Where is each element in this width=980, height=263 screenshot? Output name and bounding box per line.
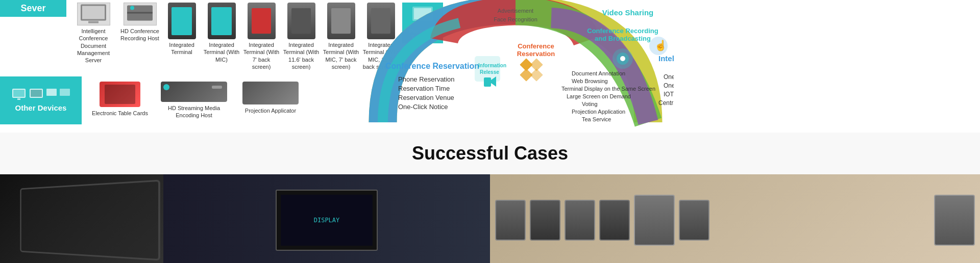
bottom-section: Successful Cases DISPLAY <box>0 133 980 263</box>
device-label: Electronic Table Cards <box>92 110 148 117</box>
device-label: Integrated Terminal (With 7' back screen… <box>243 41 280 70</box>
device-label: Integrated Terminal <box>163 41 200 56</box>
server-header: Sever <box>0 0 66 17</box>
other-devices-box: Other Devices <box>0 76 82 124</box>
svg-text:☝: ☝ <box>654 39 667 51</box>
svg-text:Relesse: Relesse <box>480 69 499 75</box>
right-spacer <box>674 0 980 133</box>
svg-rect-24 <box>484 77 491 87</box>
svg-point-46 <box>620 56 625 61</box>
other-devices-label: Other Devices <box>15 103 67 112</box>
svg-text:Phone Reservation: Phone Reservation <box>398 75 455 83</box>
device-item: HD Conference Recording Host <box>119 3 160 42</box>
svg-rect-10 <box>17 98 20 100</box>
svg-text:Conference Reservation: Conference Reservation <box>385 62 479 70</box>
svg-text:Centralized Control: Centralized Control <box>658 99 674 107</box>
svg-text:Information: Information <box>478 63 506 68</box>
svg-text:Voting: Voting <box>582 101 598 107</box>
svg-text:IOT Control: IOT Control <box>664 91 674 98</box>
bottom-devices-items: Electronic Table Cards HD Streaming Medi… <box>82 76 311 124</box>
bottom-device-item: Electronic Table Cards <box>92 82 148 117</box>
svg-text:Face Recognition: Face Recognition <box>494 16 537 22</box>
svg-text:Reservation: Reservation <box>517 50 555 58</box>
svg-text:Conference: Conference <box>518 42 554 50</box>
svg-text:One-touch Lift: One-touch Lift <box>664 73 674 81</box>
diagram-panel: Conference Reservation Phone Reservation… <box>357 0 674 133</box>
svg-point-4 <box>130 6 134 10</box>
svg-text:Advertisement: Advertisement <box>498 8 533 14</box>
svg-text:Reservation Time: Reservation Time <box>398 85 450 92</box>
device-label: HD Conference Recording Host <box>119 28 160 42</box>
svg-rect-14 <box>60 89 70 96</box>
svg-text:Projection Application: Projection Application <box>572 109 625 115</box>
svg-text:Reservation Venue: Reservation Venue <box>398 94 454 101</box>
svg-text:One-Click Notice: One-Click Notice <box>398 103 448 111</box>
bottom-device-item: HD Streaming Media Encoding Host <box>158 82 230 119</box>
other-devices-icons <box>11 88 70 100</box>
svg-rect-9 <box>13 90 24 97</box>
svg-rect-5 <box>127 12 153 13</box>
svg-text:and Broadcasting: and Broadcasting <box>595 35 651 42</box>
devices-bottom-row: Other Devices Electronic Table Cards HD … <box>0 76 357 124</box>
device-item: Intelligent Conference Document Manageme… <box>70 3 116 64</box>
device-item: Integrated Terminal (With MIC) <box>203 3 240 63</box>
device-label: HD Streaming Media Encoding Host <box>158 104 230 119</box>
svg-text:Terminal Display on the Same S: Terminal Display on the Same Screen <box>561 86 655 92</box>
device-item: Integrated Terminal (With 11.6' back scr… <box>283 3 320 70</box>
case-image-2: DISPLAY <box>163 174 490 263</box>
svg-text:One-touch Switch: One-touch Switch <box>664 82 674 89</box>
case-image-3 <box>490 174 980 263</box>
device-label: Intelligent Conference Document Manageme… <box>70 28 116 64</box>
top-section: Sever Intelligent Conference Document Ma… <box>0 0 980 133</box>
svg-text:Document Annotation: Document Annotation <box>572 70 625 76</box>
device-label: Projection Applicator <box>245 107 296 114</box>
svg-text:Web Browsing: Web Browsing <box>572 78 608 84</box>
cases-images: DISPLAY <box>0 174 980 263</box>
bottom-device-item: Projection Applicator <box>240 82 301 114</box>
device-label: Integrated Terminal (With 11.6' back scr… <box>283 41 320 70</box>
svg-text:Intelligent Control: Intelligent Control <box>658 54 674 63</box>
successful-cases-title: Successful Cases <box>0 143 980 164</box>
svg-text:Tea Service: Tea Service <box>582 116 611 122</box>
device-item: Integrated Terminal (With 7' back screen… <box>243 3 280 70</box>
case-image-1 <box>0 174 163 263</box>
svg-rect-13 <box>46 89 57 96</box>
svg-text:Large Screen on Demand: Large Screen on Demand <box>567 93 631 99</box>
device-item: Integrated Terminal <box>163 3 200 56</box>
devices-panel: Sever Intelligent Conference Document Ma… <box>0 0 357 133</box>
svg-rect-1 <box>82 6 105 19</box>
device-item: Integrated Terminal (With MIC, 7' back s… <box>323 3 359 70</box>
svg-rect-12 <box>31 90 42 97</box>
svg-rect-2 <box>88 21 99 23</box>
device-label: Integrated Terminal (With MIC, 7' back s… <box>323 41 359 70</box>
svg-text:Video Sharing: Video Sharing <box>602 8 654 17</box>
device-label: Integrated Terminal (With MIC) <box>203 41 240 63</box>
svg-text:Conference Recording: Conference Recording <box>587 27 658 35</box>
